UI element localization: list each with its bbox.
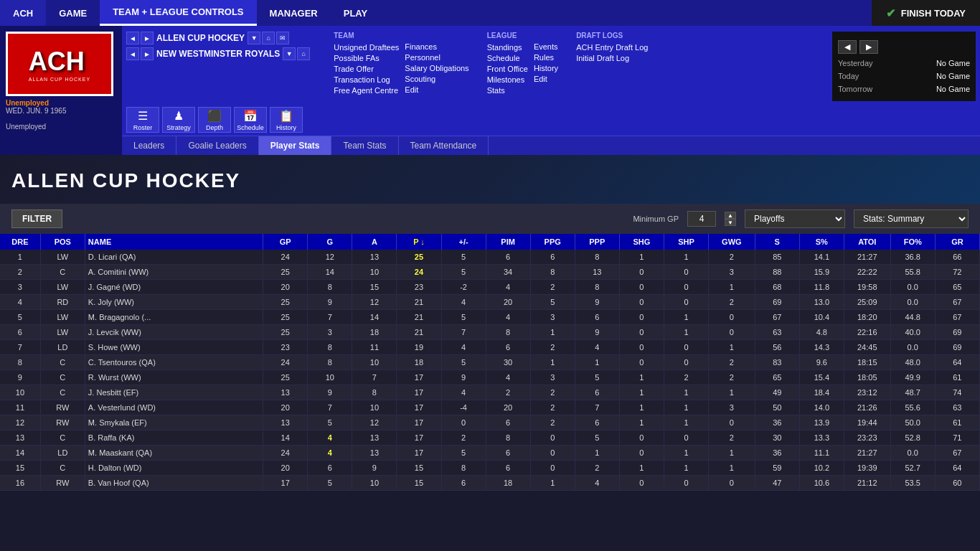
table-row[interactable]: 3 LW J. Gagné (WD) 20 8 15 23 -2 4 2 8 0… bbox=[0, 280, 980, 295]
header-pim[interactable]: PIM bbox=[486, 234, 530, 250]
cell-name[interactable]: S. Howe (WW) bbox=[85, 340, 263, 355]
events-link-events[interactable]: Events bbox=[534, 42, 558, 52]
prev-day-button[interactable]: ◀ bbox=[838, 40, 857, 54]
cell-name[interactable]: D. Licari (QA) bbox=[85, 250, 263, 265]
depth-button[interactable]: ⬛ Depth bbox=[198, 107, 231, 133]
header-atoi[interactable]: ATOI bbox=[844, 234, 890, 250]
events-link-history[interactable]: History bbox=[534, 63, 558, 73]
team-link-fas[interactable]: Possible FAs bbox=[334, 53, 399, 63]
cell-name[interactable]: H. Dalton (WD) bbox=[85, 461, 263, 476]
league-link-stats[interactable]: Stats bbox=[487, 85, 528, 95]
header-ppp[interactable]: PPP bbox=[575, 234, 619, 250]
table-row[interactable]: 4 RD K. Joly (WW) 25 9 12 21 4 20 5 9 0 … bbox=[0, 295, 980, 310]
cell-name[interactable]: A. Comitini (WW) bbox=[85, 265, 263, 280]
header-gr[interactable]: GR bbox=[935, 234, 979, 250]
table-row[interactable]: 1 LW D. Licari (QA) 24 12 13 25 5 6 6 8 … bbox=[0, 250, 980, 265]
table-row[interactable]: 9 C R. Wurst (WW) 25 10 7 17 9 4 3 5 1 2… bbox=[0, 370, 980, 385]
header-s[interactable]: S bbox=[755, 234, 799, 250]
nav-arrow-right-2[interactable]: ► bbox=[141, 47, 154, 60]
cell-name[interactable]: R. Wurst (WW) bbox=[85, 370, 263, 385]
home-icon-2[interactable]: ⌂ bbox=[297, 47, 310, 60]
next-day-button[interactable]: ▶ bbox=[859, 40, 878, 54]
cell-name[interactable]: M. Maaskant (QA) bbox=[85, 446, 263, 461]
tab-leaders[interactable]: Leaders bbox=[122, 136, 176, 155]
nav-arrow-right-1[interactable]: ► bbox=[141, 32, 154, 44]
finances-link-salary[interactable]: Salary Obligations bbox=[405, 63, 468, 73]
team-link-unsigned[interactable]: Unsigned Draftees bbox=[334, 42, 399, 52]
min-gp-down[interactable]: ▼ bbox=[725, 219, 736, 226]
nav-arrow-left-2[interactable]: ◄ bbox=[126, 47, 139, 60]
table-row[interactable]: 8 C C. Tsentouros (QA) 24 8 10 18 5 30 1… bbox=[0, 355, 980, 370]
cell-name[interactable]: K. Joly (WW) bbox=[85, 295, 263, 310]
events-link-edit[interactable]: Edit bbox=[534, 74, 558, 84]
tab-player-stats[interactable]: Player Stats bbox=[259, 136, 332, 155]
header-gwg[interactable]: GWG bbox=[708, 234, 755, 250]
nav-ach[interactable]: ACH bbox=[0, 0, 46, 26]
min-gp-up[interactable]: ▲ bbox=[725, 212, 736, 219]
league-link-standings[interactable]: Standings bbox=[487, 42, 528, 52]
breadcrumb-royals[interactable]: NEW WESTMINSTER ROYALS bbox=[156, 49, 280, 59]
mail-icon[interactable]: ✉ bbox=[276, 32, 289, 44]
cell-name[interactable]: A. Vesterlund (WD) bbox=[85, 400, 263, 415]
table-row[interactable]: 2 C A. Comitini (WW) 25 14 10 24 5 34 8 … bbox=[0, 265, 980, 280]
header-p[interactable]: P ↓ bbox=[397, 234, 441, 250]
breadcrumb-ach[interactable]: ALLEN CUP HOCKEY bbox=[156, 33, 245, 43]
dropdown-icon-2[interactable]: ▼ bbox=[283, 47, 296, 60]
header-ppg[interactable]: PPG bbox=[530, 234, 575, 250]
filter-button[interactable]: FILTER bbox=[11, 209, 62, 228]
draft-link-initial[interactable]: Initial Draft Log bbox=[576, 53, 648, 63]
header-name[interactable]: NAME bbox=[85, 234, 263, 250]
nav-arrow-left-1[interactable]: ◄ bbox=[126, 32, 139, 44]
team-link-transaction[interactable]: Transaction Log bbox=[334, 75, 399, 85]
table-row[interactable]: 11 RW A. Vesterlund (WD) 20 7 10 17 -4 2… bbox=[0, 400, 980, 415]
finances-link-finances[interactable]: Finances bbox=[405, 42, 468, 52]
cell-name[interactable]: B. Van Hoof (QA) bbox=[85, 476, 263, 491]
table-row[interactable]: 12 RW M. Smykala (EF) 13 5 12 17 0 6 2 6… bbox=[0, 415, 980, 430]
nav-play[interactable]: PLAY bbox=[331, 0, 380, 26]
dropdown-icon-1[interactable]: ▼ bbox=[248, 32, 260, 44]
home-icon-1[interactable]: ⌂ bbox=[262, 32, 275, 44]
team-link-freeagent[interactable]: Free Agent Centre bbox=[334, 85, 399, 95]
table-row[interactable]: 6 LW J. Levcik (WW) 25 3 18 21 7 8 1 9 0… bbox=[0, 325, 980, 340]
tab-team-attendance[interactable]: Team Attendance bbox=[399, 136, 489, 155]
playoff-select[interactable]: Playoffs bbox=[745, 209, 845, 228]
header-fop[interactable]: FO% bbox=[890, 234, 935, 250]
header-pos[interactable]: POS bbox=[40, 234, 85, 250]
nav-game[interactable]: GAME bbox=[46, 0, 100, 26]
tab-team-stats[interactable]: Team Stats bbox=[331, 136, 398, 155]
cell-name[interactable]: J. Nesbitt (EF) bbox=[85, 385, 263, 400]
table-row[interactable]: 15 C H. Dalton (WD) 20 6 9 15 8 6 0 2 1 … bbox=[0, 461, 980, 476]
finances-link-personnel[interactable]: Personnel bbox=[405, 52, 468, 62]
finish-today-button[interactable]: ✔ FINISH TODAY bbox=[872, 0, 980, 26]
table-row[interactable]: 14 LD M. Maaskant (QA) 24 4 13 17 5 6 0 … bbox=[0, 446, 980, 461]
min-gp-input[interactable] bbox=[687, 211, 716, 227]
nav-team-league[interactable]: TEAM + LEAGUE CONTROLS bbox=[100, 0, 256, 26]
header-a[interactable]: A bbox=[352, 234, 397, 250]
cell-name[interactable]: J. Levcik (WW) bbox=[85, 325, 263, 340]
table-row[interactable]: 10 C J. Nesbitt (EF) 13 9 8 17 4 2 2 6 1… bbox=[0, 385, 980, 400]
cell-name[interactable]: B. Raffa (KA) bbox=[85, 430, 263, 446]
stats-select[interactable]: Stats: Summary bbox=[854, 209, 969, 228]
league-link-milestones[interactable]: Milestones bbox=[487, 75, 528, 85]
finances-link-edit[interactable]: Edit bbox=[405, 85, 468, 95]
header-sp[interactable]: S% bbox=[799, 234, 844, 250]
league-link-frontoffice[interactable]: Front Office bbox=[487, 64, 528, 74]
cell-name[interactable]: M. Bragagnolo (... bbox=[85, 310, 263, 325]
schedule-button[interactable]: 📅 Schedule bbox=[234, 107, 267, 133]
header-shg[interactable]: SHG bbox=[619, 234, 664, 250]
header-g[interactable]: G bbox=[308, 234, 352, 250]
draft-link-ach[interactable]: ACH Entry Draft Log bbox=[576, 42, 648, 52]
cell-name[interactable]: C. Tsentouros (QA) bbox=[85, 355, 263, 370]
header-dre[interactable]: DRE bbox=[0, 234, 40, 250]
history-button[interactable]: 📋 History bbox=[270, 107, 303, 133]
finances-link-scouting[interactable]: Scouting bbox=[405, 74, 468, 84]
table-row[interactable]: 13 C B. Raffa (KA) 14 4 13 17 2 8 0 5 0 … bbox=[0, 430, 980, 446]
league-link-schedule[interactable]: Schedule bbox=[487, 53, 528, 63]
cell-name[interactable]: M. Smykala (EF) bbox=[85, 415, 263, 430]
cell-name[interactable]: J. Gagné (WD) bbox=[85, 280, 263, 295]
table-row[interactable]: 5 LW M. Bragagnolo (... 25 7 14 21 5 4 3… bbox=[0, 310, 980, 325]
team-link-trade[interactable]: Trade Offer bbox=[334, 64, 399, 74]
nav-manager[interactable]: MANAGER bbox=[257, 0, 331, 26]
events-link-rules[interactable]: Rules bbox=[534, 52, 558, 62]
header-shp[interactable]: SHP bbox=[664, 234, 708, 250]
